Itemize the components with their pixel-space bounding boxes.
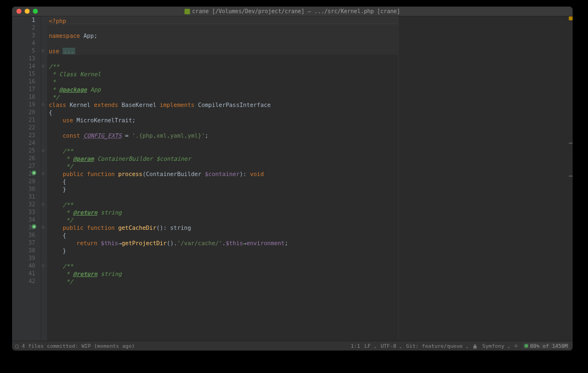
line-number[interactable]: 4 [12,39,35,47]
inspections-icon[interactable] [514,343,518,349]
token: getProjectDir [122,240,167,246]
line-number[interactable]: 16 [12,78,35,86]
token: class [49,101,70,108]
override-marker-icon[interactable]: o [32,171,36,175]
line-number[interactable]: 26 [12,155,35,162]
fold-icon[interactable]: ⊟ [42,262,44,270]
token: */ [49,217,73,223]
fold-icon[interactable]: ⊟ [42,101,44,109]
token: * Class Kernel [49,71,101,77]
fold-bar[interactable]: ⊟ ⊟ ⊟ ⊟ ⊟ ⊟ ⊟ ⊟ [41,16,47,341]
token: $container [205,171,240,177]
line-number[interactable]: 15 [12,70,35,78]
lock-icon[interactable] [472,343,478,349]
token: Kernel [70,101,94,108]
caret-position[interactable]: 1:1 [350,343,360,349]
token: <?php [49,18,66,24]
token: (ContainerBuilder [143,171,205,177]
token: string [98,270,122,277]
token: BaseKernel [122,101,160,108]
line-number[interactable]: 32 [12,201,35,208]
line-number[interactable]: 30 [12,185,35,193]
line-number[interactable]: 39 [12,255,35,262]
line-number[interactable]: 3 [12,32,35,39]
token: public function [49,224,118,231]
line-number[interactable]: 41 [12,270,35,278]
line-number[interactable]: 31 [12,193,35,201]
line-number[interactable]: 19 [12,101,35,109]
line-number[interactable]: 36 [12,231,35,239]
token: = [122,132,132,139]
line-number[interactable]: 24 [12,139,35,147]
line-number[interactable]: 21 [12,116,35,124]
editor: 1 2 3 4 5 13 14 15 16 17 18 19 20 21 22 … [12,16,573,341]
token: /** [49,63,59,70]
token: /** [49,263,73,269]
token: @return [73,270,97,277]
fold-icon[interactable]: ⊟ [42,63,44,70]
stripe-marker[interactable] [569,143,573,144]
token: ; [94,32,97,39]
token: * [49,78,56,85]
line-number[interactable]: 20 [12,109,35,116]
token: CompilerPassInterface [198,101,271,108]
line-number[interactable]: 37 [12,239,35,247]
line-number[interactable]: 42 [12,278,35,285]
framework-widget[interactable]: Symfony ⌄ [482,343,510,349]
line-number[interactable]: 14 [12,63,35,70]
line-number[interactable]: 23 [12,132,35,139]
token: MicroKernelTrait [77,117,132,123]
line-number[interactable]: 17 [12,86,35,93]
token: const [49,132,83,139]
fold-icon[interactable]: ⊟ [42,47,44,55]
stripe-marker[interactable] [569,176,573,177]
token: @package [59,86,87,93]
token: { [49,232,66,239]
line-number[interactable]: 2 [12,24,35,32]
gutter[interactable]: 1 2 3 4 5 13 14 15 16 17 18 19 20 21 22 … [12,16,41,341]
token: } [49,247,66,254]
token: use [49,48,63,54]
line-number[interactable]: 27 [12,162,35,170]
minimize-icon[interactable] [25,9,30,14]
token: void [250,171,264,177]
line-number[interactable]: 22 [12,124,35,132]
vcs-status[interactable]: 4 files committed: WIP (moments ago) [22,343,135,349]
titlebar[interactable]: crane [/Volumes/Dev/project/crane] – ...… [12,7,573,16]
token: '/var/cache/' [177,240,222,246]
fold-icon[interactable]: ⊟ [42,170,44,178]
encoding[interactable]: UTF-8 ⌄ [381,343,402,349]
line-number[interactable]: 38 [12,247,35,255]
token: extends [94,101,122,108]
fold-icon[interactable]: ⊟ [42,201,44,208]
line-number[interactable]: 5 [12,47,35,55]
token: string [98,209,122,216]
line-number[interactable]: 34 [12,216,35,224]
line-number[interactable]: 18 [12,93,35,101]
line-number[interactable]: 40 [12,262,35,270]
override-marker-icon[interactable]: o [32,224,36,229]
line-number[interactable]: 1 [12,16,35,24]
token: ; [205,132,208,139]
code-area[interactable]: <?php namespace App; use ... /** * Class… [47,16,398,341]
line-number[interactable]: 25 [12,147,35,155]
close-icon[interactable] [16,9,21,14]
line-number[interactable]: 13 [12,55,35,63]
fold-icon[interactable]: ⊟ [42,147,44,155]
folded-region[interactable]: ... [63,48,75,54]
token: } [49,186,66,193]
line-number[interactable]: 29 [12,178,35,185]
vcs-status-icon[interactable]: ▢ [15,343,19,349]
token: * [49,86,59,93]
token: { [49,109,52,116]
line-number[interactable]: 33 [12,208,35,216]
line-separator[interactable]: LF ⌄ [364,343,376,349]
token: string [170,224,191,231]
inspection-indicator-icon[interactable] [569,16,573,20]
zoom-icon[interactable] [33,9,38,14]
ide-window: crane [/Volumes/Dev/project/crane] – ...… [12,7,573,351]
memory-indicator[interactable]: 80% of 1450M [523,343,569,349]
fold-icon[interactable]: ⊟ [42,224,44,231]
token: */ [49,278,73,285]
git-branch[interactable]: Git: feature/queue ⌄ [406,343,468,349]
